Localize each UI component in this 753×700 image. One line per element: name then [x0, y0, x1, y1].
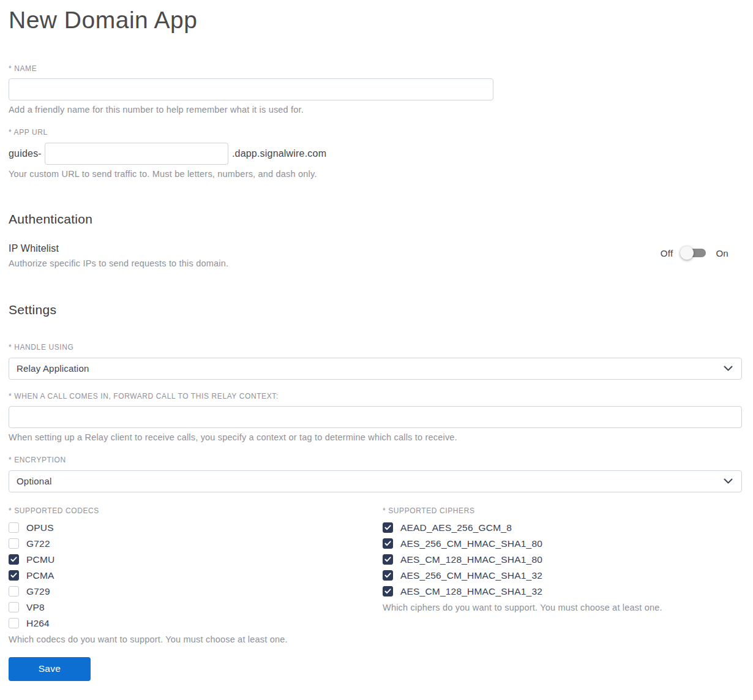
authentication-heading: Authentication: [9, 212, 742, 227]
relay-context-group: * WHEN A CALL COMES IN, FORWARD CALL TO …: [9, 392, 742, 442]
name-input[interactable]: [9, 78, 493, 100]
app-url-row: guides- .dapp.signalwire.com: [9, 143, 742, 165]
toggle-on-label: On: [716, 248, 729, 258]
codec-checkbox-row[interactable]: PCMA: [9, 570, 383, 581]
checkbox-label: G722: [26, 538, 50, 549]
checkbox-label: AES_CM_128_HMAC_SHA1_32: [400, 586, 542, 597]
chevron-down-icon: [724, 478, 733, 484]
codec-checkbox-row[interactable]: VP8: [9, 602, 383, 613]
checkbox-checked-icon[interactable]: [383, 586, 393, 597]
ciphers-helper: Which ciphers do you want to support. Yo…: [383, 603, 742, 612]
codec-checkbox-row[interactable]: OPUS: [9, 522, 383, 533]
checkbox-unchecked-icon[interactable]: [9, 618, 19, 628]
app-url-input[interactable]: [45, 143, 228, 165]
cipher-checkbox-row[interactable]: AES_CM_128_HMAC_SHA1_32: [383, 586, 742, 597]
ip-whitelist-label: IP Whitelist: [9, 243, 228, 254]
codecs-ciphers-section: * SUPPORTED CODECS OPUSG722PCMUPCMAG729V…: [9, 506, 742, 644]
cipher-checkbox-row[interactable]: AES_CM_128_HMAC_SHA1_80: [383, 554, 742, 565]
encryption-value: Optional: [17, 476, 724, 486]
checkbox-unchecked-icon[interactable]: [9, 538, 19, 549]
checkbox-label: AEAD_AES_256_GCM_8: [400, 522, 512, 533]
app-url-helper: Your custom URL to send traffic to. Must…: [9, 169, 742, 179]
save-button[interactable]: Save: [9, 657, 91, 681]
handle-using-group: * HANDLE USING Relay Application: [9, 343, 742, 380]
ip-whitelist-row: IP Whitelist Authorize specific IPs to s…: [9, 243, 742, 268]
checkbox-label: AES_256_CM_HMAC_SHA1_32: [400, 570, 542, 581]
ip-whitelist-helper: Authorize specific IPs to send requests …: [9, 258, 228, 268]
cipher-checkbox-row[interactable]: AES_256_CM_HMAC_SHA1_32: [383, 570, 742, 581]
checkbox-checked-icon[interactable]: [9, 570, 19, 581]
codec-checkbox-row[interactable]: H264: [9, 618, 383, 629]
name-helper: Add a friendly name for this number to h…: [9, 105, 742, 115]
checkbox-checked-icon[interactable]: [9, 554, 19, 565]
checkbox-label: AES_256_CM_HMAC_SHA1_80: [400, 538, 542, 549]
handle-using-select[interactable]: Relay Application: [9, 358, 742, 380]
checkbox-label: OPUS: [26, 522, 54, 533]
toggle-off-label: Off: [661, 248, 673, 258]
checkbox-label: VP8: [26, 602, 45, 613]
codec-checkbox-row[interactable]: G729: [9, 586, 383, 597]
codecs-label: * SUPPORTED CODECS: [9, 506, 383, 515]
checkbox-checked-icon[interactable]: [383, 522, 393, 533]
codecs-helper: Which codecs do you want to support. You…: [9, 634, 383, 644]
ip-whitelist-toggle-group: Off On: [661, 248, 729, 258]
name-field-group: * NAME Add a friendly name for this numb…: [9, 64, 742, 115]
handle-using-value: Relay Application: [17, 363, 724, 374]
relay-context-label: * WHEN A CALL COMES IN, FORWARD CALL TO …: [9, 392, 742, 401]
codecs-column: * SUPPORTED CODECS OPUSG722PCMUPCMAG729V…: [9, 506, 383, 644]
cipher-checkbox-row[interactable]: AES_256_CM_HMAC_SHA1_80: [383, 538, 742, 549]
checkbox-unchecked-icon[interactable]: [9, 586, 19, 597]
checkbox-checked-icon[interactable]: [383, 538, 393, 549]
checkbox-label: G729: [26, 586, 50, 597]
checkbox-label: AES_CM_128_HMAC_SHA1_80: [400, 554, 542, 565]
chevron-down-icon: [724, 366, 733, 371]
relay-context-input[interactable]: [9, 406, 742, 428]
checkbox-label: PCMU: [26, 554, 54, 565]
checkbox-label: PCMA: [26, 570, 54, 581]
encryption-label: * ENCRYPTION: [9, 456, 742, 464]
ip-whitelist-toggle[interactable]: [683, 249, 706, 257]
settings-heading: Settings: [9, 303, 742, 317]
app-url-prefix: guides-: [9, 148, 42, 159]
checkbox-unchecked-icon[interactable]: [9, 522, 19, 533]
ciphers-list: AEAD_AES_256_GCM_8AES_256_CM_HMAC_SHA1_8…: [383, 522, 742, 597]
app-url-field-group: * APP URL guides- .dapp.signalwire.com Y…: [9, 128, 742, 179]
codec-checkbox-row[interactable]: PCMU: [9, 554, 383, 565]
toggle-knob[interactable]: [680, 246, 694, 260]
handle-using-label: * HANDLE USING: [9, 343, 742, 352]
cipher-checkbox-row[interactable]: AEAD_AES_256_GCM_8: [383, 522, 742, 533]
checkbox-checked-icon[interactable]: [383, 570, 393, 581]
app-url-suffix: .dapp.signalwire.com: [232, 148, 326, 159]
codec-checkbox-row[interactable]: G722: [9, 538, 383, 549]
new-domain-app-page: New Domain App * NAME Add a friendly nam…: [0, 0, 753, 690]
page-title: New Domain App: [9, 6, 742, 35]
encryption-select[interactable]: Optional: [9, 470, 742, 492]
ciphers-label: * SUPPORTED CIPHERS: [383, 506, 742, 515]
app-url-label: * APP URL: [9, 128, 742, 137]
relay-context-helper: When setting up a Relay client to receiv…: [9, 432, 742, 442]
name-label: * NAME: [9, 64, 742, 73]
ip-whitelist-text: IP Whitelist Authorize specific IPs to s…: [9, 243, 228, 268]
checkbox-label: H264: [26, 618, 50, 629]
codecs-list: OPUSG722PCMUPCMAG729VP8H264: [9, 522, 383, 629]
checkbox-checked-icon[interactable]: [383, 554, 393, 565]
ciphers-column: * SUPPORTED CIPHERS AEAD_AES_256_GCM_8AE…: [383, 506, 742, 644]
encryption-group: * ENCRYPTION Optional: [9, 456, 742, 492]
checkbox-unchecked-icon[interactable]: [9, 602, 19, 612]
